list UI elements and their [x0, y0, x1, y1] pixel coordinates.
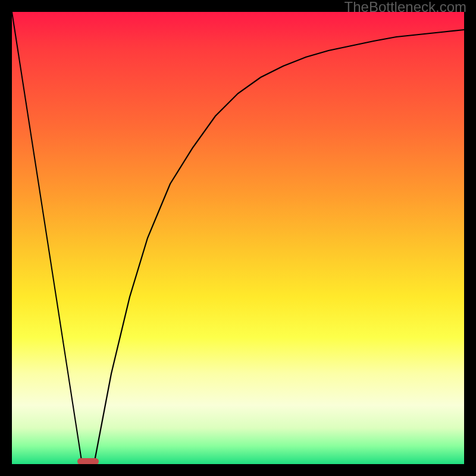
curve-left-limb [12, 12, 82, 464]
chart-frame: TheBottleneck.com [0, 0, 476, 476]
watermark-text: TheBottleneck.com [345, 0, 466, 14]
bottom-marker-pill [77, 458, 99, 464]
plot-area [12, 12, 464, 464]
curve-right-limb [94, 30, 464, 464]
curve-layer [12, 12, 464, 464]
